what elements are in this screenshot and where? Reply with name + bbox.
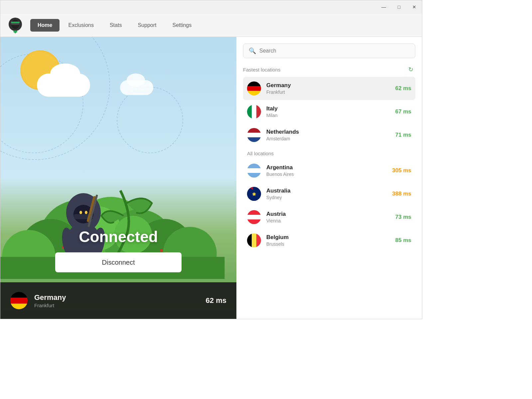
location-city-argentina: Buenos Aires <box>266 172 387 177</box>
location-city-netherlands: Amsterdam <box>266 136 390 141</box>
flag-argentina <box>247 164 261 178</box>
location-city-italy: Milan <box>266 113 390 118</box>
svg-point-20 <box>160 249 163 252</box>
location-info-netherlands: Netherlands Amsterdam <box>266 129 390 141</box>
nav-exclusions[interactable]: Exclusions <box>61 19 101 32</box>
search-input[interactable] <box>259 48 410 54</box>
locations-scroll[interactable]: Fastest locations ↻ Germany Frankfurt 62… <box>243 65 415 319</box>
location-city-germany: Frankfurt <box>266 89 390 95</box>
nav-items: Home Exclusions Stats Support Settings <box>30 19 199 32</box>
location-info-germany: Germany Frankfurt <box>266 82 390 95</box>
location-item-argentina[interactable]: Argentina Buenos Aires 305 ms <box>243 159 415 182</box>
location-latency-belgium: 85 ms <box>395 237 411 244</box>
flag-belgium <box>247 233 261 247</box>
flag-italy <box>247 105 261 119</box>
refresh-button[interactable]: ↻ <box>406 65 415 74</box>
location-info-italy: Italy Milan <box>266 105 390 118</box>
location-item-australia[interactable]: 🌟 Australia Sydney 388 ms <box>243 182 415 205</box>
flag-australia: 🌟 <box>247 187 261 201</box>
location-info-belgium: Belgium Brussels <box>266 234 390 247</box>
all-locations-label: All locations <box>247 151 415 156</box>
app-logo <box>7 17 24 34</box>
location-city-belgium: Brussels <box>266 241 390 247</box>
location-item-netherlands[interactable]: Netherlands Amsterdam 71 ms <box>243 123 415 147</box>
svg-rect-5 <box>11 22 20 23</box>
search-icon: 🔍 <box>249 47 256 55</box>
location-info-australia: Australia Sydney <box>266 188 387 200</box>
connection-latency: 62 ms <box>206 296 226 305</box>
location-info-argentina: Argentina Buenos Aires <box>266 164 387 177</box>
location-item-austria[interactable]: Austria Vienna 73 ms <box>243 205 415 229</box>
location-latency-germany: 62 ms <box>395 85 411 92</box>
location-latency-austria: 73 ms <box>395 214 411 220</box>
location-latency-argentina: 305 ms <box>392 167 411 174</box>
minimize-button[interactable]: — <box>376 0 391 14</box>
location-item-italy[interactable]: Italy Milan 67 ms <box>243 100 415 123</box>
location-info-austria: Austria Vienna <box>266 211 390 223</box>
location-country-italy: Italy <box>266 105 390 112</box>
deco-circle-3 <box>117 87 183 153</box>
location-item-belgium[interactable]: Belgium Brussels 85 ms <box>243 229 415 252</box>
connection-info-bar: Germany Frankfurt 62 ms <box>0 282 236 319</box>
svg-point-25 <box>79 211 82 214</box>
main-area: Connected Disconnect Germany Frankfurt 6… <box>0 37 422 319</box>
fastest-section-header: Fastest locations ↻ <box>243 65 415 74</box>
location-latency-italy: 67 ms <box>395 108 411 115</box>
location-country-austria: Austria <box>266 211 390 217</box>
nav-home[interactable]: Home <box>30 19 60 32</box>
left-panel: Connected Disconnect Germany Frankfurt 6… <box>0 37 236 319</box>
location-latency-australia: 388 ms <box>392 191 411 197</box>
connection-city: Frankfurt <box>34 303 199 308</box>
flag-germany <box>247 81 261 95</box>
connection-country: Germany <box>34 293 199 302</box>
flag-netherlands <box>247 128 261 142</box>
maximize-button[interactable]: □ <box>391 0 407 14</box>
location-country-germany: Germany <box>266 82 390 89</box>
connection-details: Germany Frankfurt <box>34 293 199 308</box>
nav-stats[interactable]: Stats <box>102 19 129 32</box>
connected-status: Connected <box>0 228 236 246</box>
search-bar[interactable]: 🔍 <box>243 44 415 58</box>
location-country-netherlands: Netherlands <box>266 129 390 135</box>
svg-point-26 <box>85 211 87 214</box>
disconnect-button[interactable]: Disconnect <box>55 252 182 272</box>
svg-text:🌟: 🌟 <box>252 192 256 196</box>
close-button[interactable]: ✕ <box>407 0 422 14</box>
connection-flag <box>10 292 28 309</box>
fastest-label: Fastest locations <box>243 67 281 72</box>
location-country-belgium: Belgium <box>266 234 390 241</box>
location-country-argentina: Argentina <box>266 164 387 171</box>
location-city-austria: Vienna <box>266 218 390 223</box>
location-country-australia: Australia <box>266 188 387 194</box>
all-locations-list: Argentina Buenos Aires 305 ms 🌟 <box>243 159 415 252</box>
right-panel: 🔍 Fastest locations ↻ Germany Frankfurt … <box>236 37 422 319</box>
nav-support[interactable]: Support <box>130 19 164 32</box>
titlebar: — □ ✕ <box>0 0 422 14</box>
nav-settings[interactable]: Settings <box>165 19 199 32</box>
location-item-germany-fastest[interactable]: Germany Frankfurt 62 ms <box>243 77 415 100</box>
fastest-locations-list: Germany Frankfurt 62 ms Italy Milan 67 m… <box>243 77 415 147</box>
navbar: Home Exclusions Stats Support Settings <box>0 14 422 37</box>
flag-austria <box>247 210 261 224</box>
location-latency-netherlands: 71 ms <box>395 132 411 138</box>
location-city-australia: Sydney <box>266 195 387 200</box>
